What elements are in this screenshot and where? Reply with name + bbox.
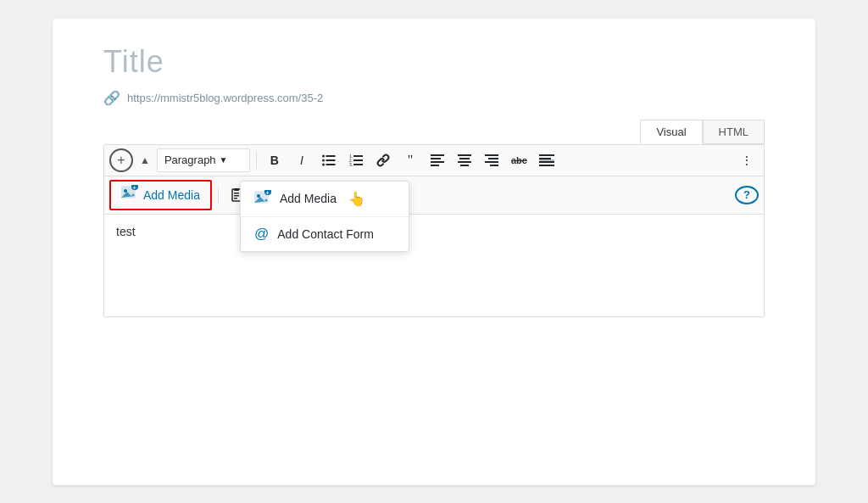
more-options-button[interactable]: ⋮ <box>735 148 759 172</box>
editor-wrapper: + ▲ Paragraph ▼ B I 1.2.3. " <box>103 144 765 317</box>
editor-content[interactable]: test <box>104 215 764 316</box>
paragraph-select[interactable]: Paragraph ▼ <box>157 148 250 172</box>
add-media-dropdown-item[interactable]: + Add Media 👆 <box>241 182 409 217</box>
svg-rect-9 <box>353 159 363 161</box>
unordered-list-button[interactable] <box>317 148 341 172</box>
svg-rect-21 <box>488 158 498 159</box>
contact-form-icon: @ <box>254 226 269 243</box>
dropdown-menu: + Add Media 👆 @ Add Contact Form <box>240 181 409 252</box>
add-media-label: Add Media <box>143 188 200 202</box>
svg-rect-37 <box>234 195 239 197</box>
paragraph-label: Paragraph <box>164 154 216 166</box>
svg-rect-3 <box>326 159 335 161</box>
align-center-button[interactable] <box>453 148 476 172</box>
blockquote-button[interactable]: " <box>398 148 422 172</box>
bold-button[interactable]: B <box>263 148 287 172</box>
separator1 <box>256 152 257 169</box>
link-button[interactable] <box>371 148 395 172</box>
italic-button[interactable]: I <box>290 148 314 172</box>
add-media-icon: + <box>121 185 138 204</box>
svg-rect-38 <box>234 198 237 199</box>
cursor-pointer-icon: 👆 <box>348 191 365 207</box>
svg-rect-35 <box>234 188 239 191</box>
svg-rect-27 <box>539 165 554 166</box>
ordered-list-button[interactable]: 1.2.3. <box>344 148 368 172</box>
svg-rect-11 <box>353 164 363 165</box>
add-media-dropdown-label: Add Media <box>280 192 337 205</box>
svg-rect-24 <box>539 154 554 156</box>
permalink-row: 🔗 https://mmistr5blog.wordpress.com/35-2 <box>103 90 765 106</box>
svg-rect-7 <box>353 155 363 157</box>
chevron-down-icon: ▼ <box>220 155 228 165</box>
svg-point-0 <box>322 154 325 157</box>
svg-rect-12 <box>431 154 444 156</box>
svg-rect-15 <box>431 165 439 166</box>
tab-visual[interactable]: Visual <box>640 120 702 144</box>
add-block-button[interactable]: + <box>109 148 133 172</box>
svg-rect-22 <box>485 161 498 163</box>
svg-rect-23 <box>490 165 498 166</box>
editor-tabs: Visual HTML <box>103 120 765 144</box>
svg-rect-28 <box>539 159 554 163</box>
svg-point-51 <box>257 194 260 198</box>
svg-rect-1 <box>326 155 335 157</box>
separator2 <box>218 187 219 204</box>
post-title[interactable]: Title <box>103 44 765 80</box>
svg-rect-17 <box>459 158 470 159</box>
help-button[interactable]: ? <box>735 186 759 204</box>
svg-text:3.: 3. <box>349 162 353 166</box>
horizontal-rule-button[interactable] <box>535 148 559 172</box>
svg-point-4 <box>322 163 325 165</box>
svg-rect-25 <box>539 158 551 159</box>
collapse-button[interactable]: ▲ <box>136 152 153 169</box>
svg-point-2 <box>322 159 325 161</box>
add-contact-form-dropdown-item[interactable]: @ Add Contact Form <box>241 217 409 251</box>
svg-rect-19 <box>460 165 469 166</box>
svg-text:+: + <box>266 190 270 196</box>
svg-rect-16 <box>458 154 471 156</box>
svg-rect-5 <box>326 164 335 165</box>
add-contact-form-label: Add Contact Form <box>277 227 374 241</box>
page-container: Title 🔗 https://mmistr5blog.wordpress.co… <box>53 19 815 485</box>
add-media-dropdown-icon: + <box>254 190 271 208</box>
align-right-button[interactable] <box>480 148 504 172</box>
permalink-url[interactable]: https://mmistr5blog.wordpress.com/35-2 <box>127 92 323 104</box>
svg-text:+: + <box>133 185 136 191</box>
toolbar-row2: + Add Media Ω <box>104 176 764 215</box>
svg-rect-14 <box>431 161 444 163</box>
strikethrough-button[interactable]: abc <box>507 148 531 172</box>
svg-rect-20 <box>485 154 498 156</box>
add-media-button[interactable]: + Add Media <box>109 180 212 210</box>
tab-html[interactable]: HTML <box>703 120 765 144</box>
toolbar-row1: + ▲ Paragraph ▼ B I 1.2.3. " <box>104 145 764 176</box>
svg-rect-13 <box>431 158 441 159</box>
svg-rect-18 <box>458 161 471 163</box>
link-icon: 🔗 <box>103 90 120 106</box>
align-left-button[interactable] <box>426 148 449 172</box>
svg-rect-36 <box>234 193 239 194</box>
content-text: test <box>116 225 136 238</box>
svg-point-30 <box>124 189 127 193</box>
